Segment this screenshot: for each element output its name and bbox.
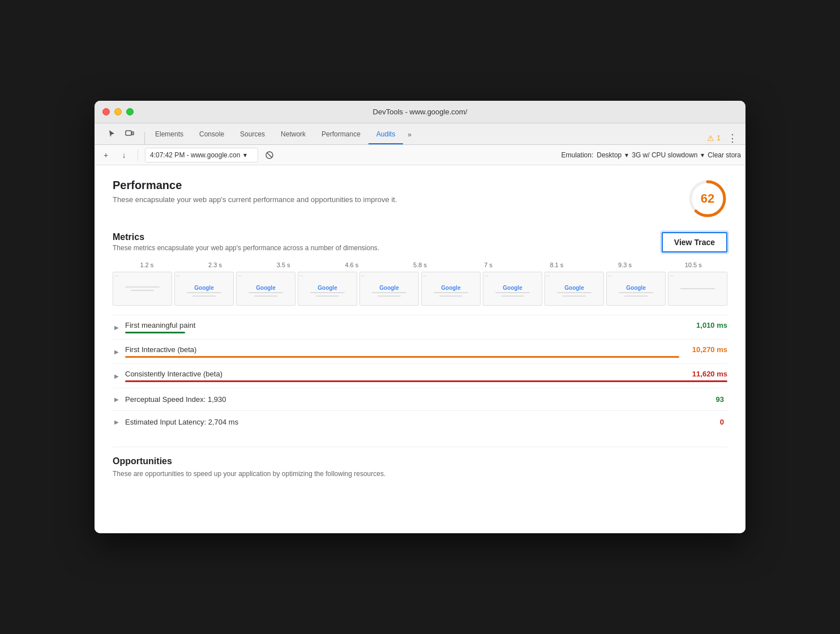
expand-fi-icon[interactable]: ▶ (113, 348, 121, 355)
metric-psi-score: 93 (713, 394, 727, 405)
opportunities-section: Opportunities These are opportunities to… (113, 447, 727, 478)
thumbnail-4: ··· Google (359, 272, 419, 306)
metric-fmp-bar (125, 332, 185, 333)
tab-sources[interactable]: Sources (232, 125, 273, 144)
timestamp-8: 10.5 s (659, 262, 727, 268)
secondary-toolbar: + ↓ 4:07:42 PM - www.google.con ▾ Emulat… (95, 145, 745, 165)
expand-ci-icon[interactable]: ▶ (113, 372, 121, 380)
tab-audits[interactable]: Audits (368, 125, 403, 144)
thumbnail-3: ··· Google (298, 272, 357, 306)
main-content: Performance These encapsulate your web a… (95, 165, 745, 533)
metric-psi-bar-container: Perceptual Speed Index: 1,930 93 (125, 394, 727, 405)
expand-eil-icon[interactable]: ▶ (113, 418, 121, 426)
metric-eil: ▶ Estimated Input Latency: 2,704 ms 0 (113, 410, 727, 433)
warning-badge: ⚠ 1 (707, 134, 721, 143)
thumbnail-5: ··· Google (421, 272, 481, 306)
devtools-window: DevTools - www.google.com/ Elements Cons… (95, 101, 745, 533)
metrics-subtitle: These metrics encapsulate your web app's… (113, 244, 379, 252)
metric-fmp: ▶ First meaningful paint 1,010 ms (113, 315, 727, 339)
traffic-lights (102, 108, 134, 115)
svg-line-3 (267, 152, 272, 157)
tab-bar-right: ⚠ 1 ⋮ (707, 132, 741, 144)
svg-rect-1 (132, 132, 134, 135)
performance-header: Performance These encapsulate your web a… (113, 179, 727, 219)
view-trace-button[interactable]: View Trace (662, 232, 727, 252)
metric-ci-bar-container: Consistently Interactive (beta) 11,620 m… (125, 370, 727, 382)
devtools-tab-bar: Elements Console Sources Network Perform… (95, 123, 745, 145)
metric-ci-value: 11,620 ms (692, 370, 727, 378)
performance-title-group: Performance These encapsulate your web a… (113, 179, 397, 204)
thumbnail-9: ··· (668, 272, 727, 306)
toolbar-icons (99, 123, 142, 144)
timestamp-5: 7 s (454, 262, 522, 268)
timestamp-2: 3.5 s (249, 262, 318, 268)
tab-performance[interactable]: Performance (314, 125, 368, 144)
metric-ci: ▶ Consistently Interactive (beta) 11,620… (113, 363, 727, 388)
url-display: 4:07:42 PM - www.google.con ▾ (145, 148, 258, 162)
metric-fi-value: 10,270 ms (692, 345, 727, 354)
network-dropdown-icon: ▾ (701, 151, 704, 159)
timestamp-7: 9.3 s (591, 262, 659, 268)
expand-fmp-icon[interactable]: ▶ (113, 323, 121, 331)
block-icon[interactable] (263, 148, 276, 162)
metric-fmp-value: 1,010 ms (696, 321, 727, 329)
tab-elements[interactable]: Elements (147, 125, 191, 144)
metric-fi-bar-container: First Interactive (beta) 10,270 ms (125, 345, 727, 358)
metric-psi: ▶ Perceptual Speed Index: 1,930 93 (113, 388, 727, 410)
metric-fi: ▶ First Interactive (beta) 10,270 ms (113, 339, 727, 363)
tab-network[interactable]: Network (273, 125, 314, 144)
performance-score: 62 (701, 191, 714, 206)
tab-separator (144, 132, 145, 144)
metrics-title-group: Metrics These metrics encapsulate your w… (113, 232, 379, 252)
metric-fmp-bar-container: First meaningful paint 1,010 ms (125, 321, 727, 333)
add-button[interactable]: + (99, 148, 113, 162)
cursor-icon[interactable] (104, 126, 119, 142)
timestamp-1: 2.3 s (181, 262, 250, 268)
opportunities-title: Opportunities (113, 456, 727, 466)
metric-fi-label: First Interactive (beta) (125, 345, 196, 354)
tab-console[interactable]: Console (191, 125, 232, 144)
metric-eil-bar-container: Estimated Input Latency: 2,704 ms 0 (125, 417, 727, 427)
opportunities-subtitle: These are opportunities to speed up your… (113, 470, 727, 478)
thumbnail-7: ··· Google (545, 272, 604, 306)
metric-ci-label: Consistently Interactive (beta) (125, 370, 222, 378)
toolbar-separator (138, 149, 138, 161)
desktop-dropdown-icon: ▾ (625, 151, 628, 159)
emulation-group: Emulation: Desktop ▾ 3G w/ CPU slowdown … (281, 151, 741, 159)
timestamp-6: 8.1 s (522, 262, 591, 268)
metric-fmp-label: First meaningful paint (125, 321, 195, 329)
title-bar: DevTools - www.google.com/ (95, 101, 745, 123)
device-icon[interactable] (122, 126, 138, 142)
dropdown-arrow-icon: ▾ (243, 151, 247, 159)
metrics-title: Metrics (113, 232, 379, 242)
metrics-header: Metrics These metrics encapsulate your w… (113, 232, 727, 252)
metrics-section: Metrics These metrics encapsulate your w… (113, 232, 727, 433)
metric-fi-bar (125, 356, 679, 358)
metric-psi-label: Perceptual Speed Index: 1,930 (125, 395, 226, 404)
minimize-button[interactable] (114, 108, 122, 115)
more-options-button[interactable]: ⋮ (724, 132, 741, 144)
thumbnails-row: ··· ··· Google ··· Google (113, 272, 727, 306)
close-button[interactable] (102, 108, 110, 115)
performance-score-circle: 62 (688, 179, 727, 219)
timeline-timestamps: 1.2 s 2.3 s 3.5 s 4.6 s 5.8 s 7 s 8.1 s … (113, 262, 727, 268)
download-button[interactable]: ↓ (117, 148, 131, 162)
window-title: DevTools - www.google.com/ (373, 108, 468, 116)
metric-ci-bar (125, 380, 727, 382)
thumbnail-2: ··· Google (236, 272, 295, 306)
timeline-row: 1.2 s 2.3 s 3.5 s 4.6 s 5.8 s 7 s 8.1 s … (113, 262, 727, 306)
warning-icon: ⚠ (707, 134, 714, 143)
maximize-button[interactable] (126, 108, 134, 115)
timestamp-3: 4.6 s (318, 262, 386, 268)
expand-psi-icon[interactable]: ▶ (113, 396, 121, 404)
metric-eil-label: Estimated Input Latency: 2,704 ms (125, 418, 238, 426)
thumbnail-0: ··· (113, 272, 172, 306)
tab-more-button[interactable]: » (403, 125, 416, 144)
svg-rect-0 (126, 131, 131, 135)
thumbnail-6: ··· Google (483, 272, 542, 306)
performance-title: Performance (113, 179, 397, 192)
timestamp-0: 1.2 s (113, 262, 181, 268)
metric-eil-score: 0 (717, 417, 727, 427)
timestamp-4: 5.8 s (386, 262, 455, 268)
thumbnail-8: ··· Google (606, 272, 666, 306)
